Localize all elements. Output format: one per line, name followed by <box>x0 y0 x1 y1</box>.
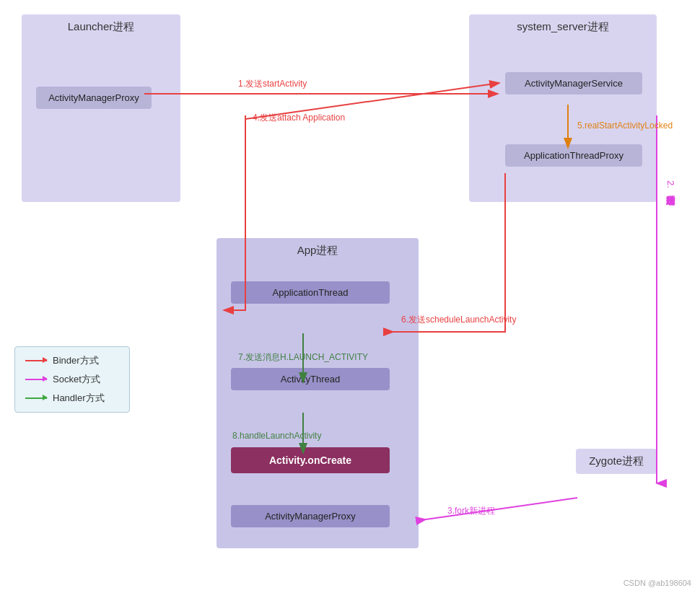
arrow1-label: 1.发送startActivity <box>238 78 307 90</box>
arrow8-label: 8.handleLaunchActivity <box>232 431 321 441</box>
diagram-container: Launcher进程 ActivityManagerProxy system_s… <box>0 0 700 593</box>
socket-label: Socket方式 <box>53 373 100 386</box>
system-server-process-box: system_server进程 ActivityManagerService A… <box>469 14 657 202</box>
launcher-process-title: Launcher进程 <box>27 20 175 34</box>
legend-binder: Binder方式 <box>25 354 119 367</box>
binder-arrow-icon <box>25 360 47 361</box>
zygote-process-box: Zygote进程 <box>576 449 657 474</box>
system-server-process-title: system_server进程 <box>475 20 651 34</box>
application-thread-component: ApplicationThread <box>231 281 390 304</box>
arrow5-label: 5.realStartActivityLocked <box>577 120 673 131</box>
watermark: CSDN @ab198604 <box>624 579 691 587</box>
socket-arrow-icon <box>25 379 47 380</box>
launcher-process-box: Launcher进程 ActivityManagerProxy <box>22 14 180 202</box>
arrow4-label: 4.发送attach Application <box>253 112 345 124</box>
legend-box: Binder方式 Socket方式 Handler方式 <box>14 346 130 413</box>
atp-component: ApplicationThreadProxy <box>505 144 642 167</box>
zygote-process-title: Zygote进程 <box>589 454 644 467</box>
legend-socket: Socket方式 <box>25 373 119 386</box>
legend-handler: Handler方式 <box>25 392 119 405</box>
app-process-box: App进程 ApplicationThread ActivityThread A… <box>216 238 419 548</box>
activity-thread-component: ActivityThread <box>231 368 390 390</box>
handler-label: Handler方式 <box>53 392 105 405</box>
arrow3-label: 3.fork新进程 <box>447 505 495 517</box>
arrow7-label: 7.发送消息H.LAUNCH_ACTIVITY <box>238 351 368 364</box>
activity-oncreate-component: Activity.onCreate <box>231 447 390 473</box>
arrow2-label: 2.发送创建进程的请求 <box>664 180 677 188</box>
handler-arrow-icon <box>25 397 47 399</box>
launcher-amp-component: ActivityManagerProxy <box>36 87 152 109</box>
binder-label: Binder方式 <box>53 354 99 367</box>
amp-bottom-component: ActivityManagerProxy <box>231 505 390 527</box>
ams-component: ActivityManagerService <box>505 72 642 95</box>
app-process-title: App进程 <box>222 244 413 258</box>
arrow6-label: 6.发送scheduleLaunchActivity <box>401 314 516 326</box>
